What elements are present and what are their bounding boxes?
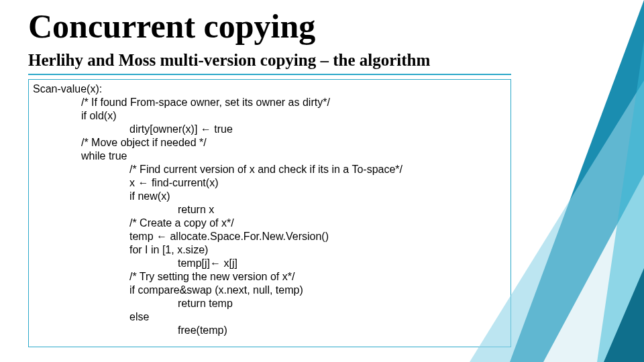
code-line: for I in [1, x.size) (33, 243, 506, 257)
code-line: temp ← allocate.Space.For.New.Version() (33, 230, 506, 243)
code-line: return temp (33, 297, 506, 310)
slide-subtitle: Herlihy and Moss multi-version copying –… (28, 51, 430, 70)
slide-title: Concurrent copying (28, 7, 315, 46)
algorithm-code-box: Scan-value(x): /* If found From-space ow… (28, 79, 511, 347)
code-line: /* Try setting the new version of x*/ (33, 270, 506, 284)
code-line: /* Move object if needed */ (33, 136, 506, 149)
code-line: Scan-value(x): (33, 82, 506, 96)
code-line: else (33, 310, 506, 324)
code-line: if compare&swap (x.next, null, temp) (33, 284, 506, 297)
code-line: if new(x) (33, 190, 506, 203)
title-underline (28, 74, 511, 75)
svg-marker-2 (543, 174, 644, 362)
svg-marker-3 (597, 40, 644, 362)
code-line: /* If found From-space owner, set its ow… (33, 96, 506, 109)
code-line: /* Create a copy of x*/ (33, 217, 506, 230)
code-line: while true (33, 149, 506, 163)
code-line: if old(x) (33, 109, 506, 123)
svg-marker-4 (604, 268, 644, 362)
code-line: x ← find-current(x) (33, 176, 506, 190)
svg-marker-0 (510, 0, 644, 362)
slide: Concurrent copying Herlihy and Moss mult… (0, 0, 644, 362)
code-line: free(temp) (33, 324, 506, 337)
code-line: /* Find current version of x and check i… (33, 163, 506, 176)
code-line: dirty[owner(x)] ← true (33, 123, 506, 136)
code-line: temp[j]← x[j] (33, 257, 506, 270)
code-line: return x (33, 203, 506, 217)
